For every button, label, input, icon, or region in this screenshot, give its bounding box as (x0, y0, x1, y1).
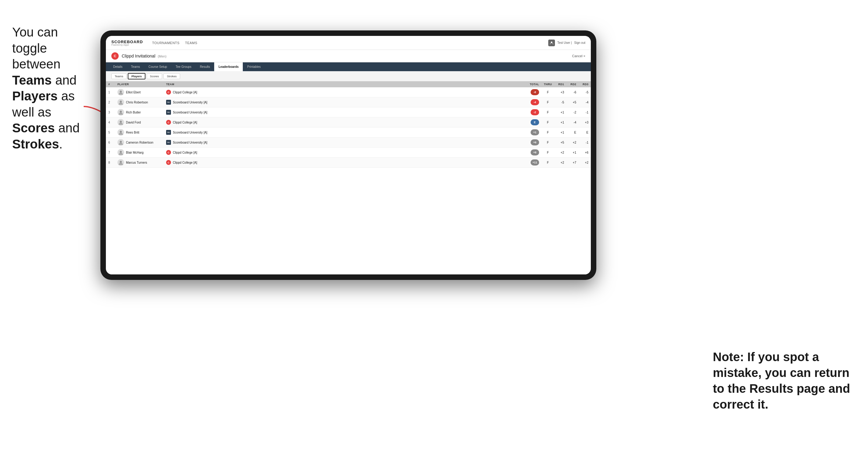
logo-sub-text: Powered by clippd (111, 44, 143, 46)
cell-team: SUScoreboard University [A] (164, 127, 523, 137)
col-total: TOTAL (523, 81, 541, 87)
team-name: Scoreboard University [A] (173, 141, 207, 144)
cell-rank: 4 (106, 118, 115, 127)
cell-player: David Ford (115, 118, 164, 127)
cell-team: CClippd College [A] (164, 158, 523, 168)
table-row: 8 Marcus Turners CClippd College [A]+11F… (106, 158, 591, 168)
cell-rd3: -1 (579, 137, 591, 148)
nav-teams[interactable]: TEAMS (185, 40, 197, 45)
cell-player: Chris Robertson (115, 97, 164, 107)
svg-point-4 (120, 111, 122, 113)
player-name: Rees Britt (126, 131, 140, 134)
sub-nav: Details Teams Course Setup Tee Groups Re… (106, 62, 591, 71)
score-badge: +11 (531, 159, 539, 165)
cancel-button[interactable]: Cancel × (572, 54, 585, 58)
tab-results[interactable]: Results (196, 62, 214, 71)
cell-team: CClippd College [A] (164, 118, 523, 127)
cell-team: SUScoreboard University [A] (164, 137, 523, 148)
cell-team: SUScoreboard University [A] (164, 107, 523, 118)
toggle-players[interactable]: Players (128, 73, 146, 80)
strokes-bold: Strokes (12, 137, 59, 151)
col-rd3: RD3 (579, 81, 591, 87)
player-avatar (118, 149, 124, 156)
cell-thru: F (541, 97, 554, 107)
svg-point-7 (120, 141, 122, 143)
table-body: 1 Elliot Ebert CClippd College [A]-8F+3-… (106, 87, 591, 168)
table-row: 3 Rich Butler SUScoreboard University [A… (106, 107, 591, 118)
cell-rd1: +1 (554, 107, 566, 118)
player-avatar (118, 119, 124, 126)
team-logo-red: C (166, 150, 171, 155)
team-name: Scoreboard University [A] (173, 131, 207, 134)
user-icon (548, 39, 555, 46)
cell-total: +8 (523, 148, 541, 158)
teams-bold: Teams (12, 73, 52, 87)
cell-player: Rich Butler (115, 107, 164, 118)
right-note: Note: If you spot a mistake, you can ret… (713, 349, 853, 412)
team-logo-dark: SU (166, 100, 171, 105)
cell-total: +6 (523, 137, 541, 148)
leaderboard-table: # PLAYER TEAM TOTAL THRU RD1 RD2 RD3 1 (106, 81, 591, 274)
cell-rd1: +3 (554, 87, 566, 97)
cell-rd3: +6 (579, 148, 591, 158)
score-badge: -8 (531, 89, 539, 95)
svg-point-3 (120, 101, 122, 103)
team-logo-dark: SU (166, 140, 171, 145)
cell-thru: F (541, 87, 554, 97)
toggle-strokes[interactable]: Strokes (163, 73, 180, 79)
svg-point-2 (120, 91, 122, 93)
nav-right: Test User | Sign out (548, 39, 585, 46)
table-row: 7 Blair McHarg CClippd College [A]+8F+2+… (106, 148, 591, 158)
cell-thru: F (541, 137, 554, 148)
score-badge: -4 (531, 99, 539, 105)
scoreboard-logo: SCOREBOARD Powered by clippd (111, 40, 143, 46)
table-row: 6 Cameron Robertson SUScoreboard Univers… (106, 137, 591, 148)
tablet-screen: SCOREBOARD Powered by clippd TOURNAMENTS… (106, 36, 591, 274)
player-name: Cameron Robertson (126, 141, 153, 144)
tab-tee-groups[interactable]: Tee Groups (171, 62, 196, 71)
score-badge: +6 (531, 139, 539, 146)
tab-teams[interactable]: Teams (127, 62, 144, 71)
score-badge: E (531, 119, 539, 125)
team-logo-red: C (166, 160, 171, 165)
tab-leaderboards[interactable]: Leaderboards (214, 62, 243, 71)
cell-total: -4 (523, 97, 541, 107)
player-avatar (118, 109, 124, 116)
cell-rank: 2 (106, 97, 115, 107)
cell-player: Rees Britt (115, 127, 164, 137)
cell-rank: 3 (106, 107, 115, 118)
tab-details[interactable]: Details (109, 62, 127, 71)
signout-link[interactable]: Sign out (574, 41, 585, 44)
tab-course-setup[interactable]: Course Setup (144, 62, 171, 71)
toggle-teams[interactable]: Teams (111, 73, 127, 79)
cell-player: Marcus Turners (115, 158, 164, 168)
player-avatar (118, 99, 124, 105)
player-name: Chris Robertson (126, 101, 148, 104)
table-row: 4 David Ford CClippd College [A]EF+1-4+3 (106, 118, 591, 127)
player-name: David Ford (126, 121, 141, 124)
cell-rank: 8 (106, 158, 115, 168)
tournament-name: Clippd Invitational (Men) (122, 54, 166, 58)
player-avatar (118, 89, 124, 96)
cell-rd3: -1 (579, 107, 591, 118)
player-avatar (118, 159, 124, 166)
cell-player: Cameron Robertson (115, 137, 164, 148)
table-row: 5 Rees Britt SUScoreboard University [A]… (106, 127, 591, 137)
tablet-shell: SCOREBOARD Powered by clippd TOURNAMENTS… (100, 30, 596, 280)
player-avatar (118, 129, 124, 136)
table-row: 1 Elliot Ebert CClippd College [A]-8F+3-… (106, 87, 591, 97)
cell-rd2: +5 (566, 97, 579, 107)
toggle-row: Teams Players Scores Strokes (106, 71, 591, 81)
score-badge: -2 (531, 109, 539, 115)
cell-total: -2 (523, 107, 541, 118)
tournament-name-text: Clippd Invitational (122, 54, 155, 58)
cell-rank: 6 (106, 137, 115, 148)
toggle-scores[interactable]: Scores (147, 73, 162, 79)
nav-links: TOURNAMENTS TEAMS (152, 40, 197, 45)
table-row: 2 Chris Robertson SUScoreboard Universit… (106, 97, 591, 107)
cell-rd1: +2 (554, 148, 566, 158)
tab-printables[interactable]: Printables (243, 62, 265, 71)
cell-rd3: -4 (579, 97, 591, 107)
cell-rd1: +5 (554, 137, 566, 148)
nav-tournaments[interactable]: TOURNAMENTS (152, 40, 180, 45)
